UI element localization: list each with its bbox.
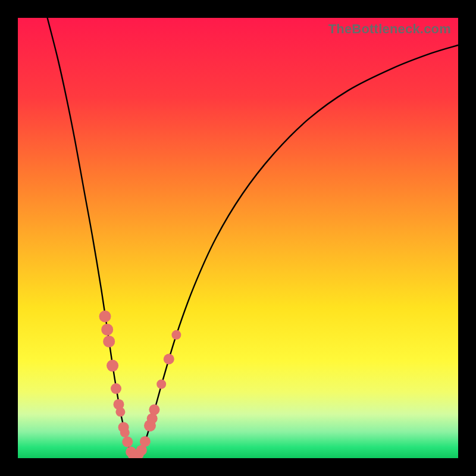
marker-dot <box>111 383 121 394</box>
marker-dot <box>164 354 174 365</box>
curve-layer <box>18 18 458 458</box>
marker-dot <box>120 428 130 437</box>
marker-dot <box>171 330 181 340</box>
marker-group <box>99 311 181 458</box>
marker-dot <box>140 436 151 447</box>
marker-dot <box>115 407 125 416</box>
marker-dot <box>103 336 115 347</box>
marker-dot <box>101 324 113 336</box>
marker-dot <box>156 380 166 389</box>
marker-dot <box>99 311 111 322</box>
marker-dot <box>149 405 159 415</box>
chart-frame: TheBottleneck.com <box>0 0 476 476</box>
marker-dot <box>107 360 118 372</box>
bottleneck-curve <box>48 18 458 456</box>
watermark-text: TheBottleneck.com <box>328 21 451 37</box>
marker-dot <box>122 437 133 447</box>
plot-area: TheBottleneck.com <box>18 18 458 458</box>
